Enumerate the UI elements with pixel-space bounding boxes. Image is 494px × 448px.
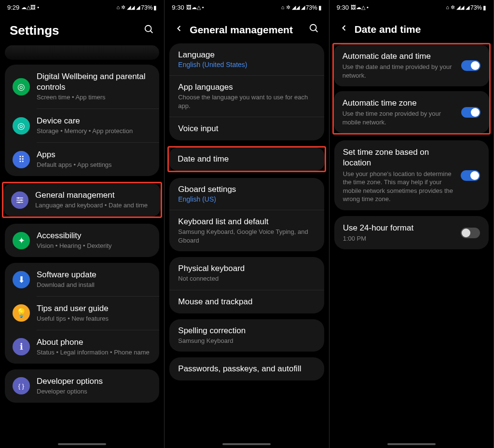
search-icon[interactable]	[309, 23, 319, 36]
item-sub: Use your phone's location to determine t…	[343, 170, 456, 204]
status-left-icons: 🖼☁△ •	[351, 4, 369, 11]
dt-item-location-timezone[interactable]: Set time zone based on location Use your…	[334, 140, 489, 210]
back-icon[interactable]	[339, 23, 349, 36]
item-title: Automatic date and time	[343, 51, 456, 62]
dt-card-location: Set time zone based on location Use your…	[334, 140, 489, 210]
item-title: Set time zone based on location	[343, 147, 456, 168]
gm-item-voice-input[interactable]: Voice input	[169, 117, 324, 140]
item-title: Use 24-hour format	[343, 223, 456, 233]
svg-point-6	[21, 199, 22, 201]
item-sub: 1:00 PM	[343, 234, 456, 243]
software-update-icon: ⬇	[13, 271, 30, 288]
settings-item-about-phone[interactable]: ℹ About phone Status • Legal information…	[5, 330, 159, 364]
settings-item-general-management[interactable]: General management Language and keyboard…	[3, 183, 161, 217]
dt-item-24hr[interactable]: Use 24-hour format 1:00 PM	[334, 216, 489, 250]
tips-icon: 💡	[13, 304, 30, 322]
item-title: Software update	[37, 270, 151, 280]
header: Date and time	[329, 14, 494, 43]
toggle-24hr[interactable]	[461, 228, 480, 238]
settings-item-developer[interactable]: { } Developer options Developer options	[5, 369, 159, 403]
item-title: Date and time	[178, 154, 316, 164]
gm-item-spelling[interactable]: Spelling correction Samsung Keyboard	[169, 319, 324, 352]
apps-icon: ⠿	[13, 151, 30, 168]
about-phone-icon: ℹ	[13, 338, 30, 355]
status-battery: 73%	[470, 4, 482, 11]
svg-point-7	[18, 202, 20, 203]
status-time: 9:30	[337, 4, 349, 11]
status-bar: 9:30 🖼☁△ • ⌂ ✲ ◢◢ ◢ 73% ▮	[165, 0, 329, 14]
highlight-auto-date-time: Automatic date and time Use the date and…	[332, 43, 491, 135]
item-title: Apps	[37, 149, 151, 160]
status-battery: 73%	[306, 4, 317, 11]
settings-item-device-care[interactable]: ◎ Device care Storage • Memory • App pro…	[5, 109, 159, 142]
settings-item-tips[interactable]: 💡 Tips and user guide Useful tips • New …	[5, 297, 159, 330]
svg-point-8	[310, 25, 316, 31]
item-title: Voice input	[178, 124, 315, 134]
general-management-screen: 9:30 🖼☁△ • ⌂ ✲ ◢◢ ◢ 73% ▮ General manage…	[165, 0, 329, 448]
dt-item-auto-timezone[interactable]: Automatic time zone Use the time zone pr…	[334, 91, 489, 133]
gm-card-passwords: Passwords, passkeys, and autofill	[169, 357, 324, 380]
wellbeing-icon: ◎	[13, 78, 30, 95]
toggle-auto-date[interactable]	[461, 60, 480, 71]
item-title: Gboard settings	[178, 185, 315, 194]
item-sub: Developer options	[37, 388, 151, 396]
item-sub: Status • Legal information • Phone name	[37, 349, 151, 357]
status-right-icons: ⌂ ✲ ◢◢ ◢	[116, 4, 140, 11]
page-title: Settings	[10, 23, 138, 38]
item-sub: Download and install	[37, 281, 151, 289]
item-title: About phone	[37, 337, 151, 348]
item-title: Passwords, passkeys, and autofill	[178, 364, 315, 374]
highlight-general-management: General management Language and keyboard…	[2, 182, 162, 218]
settings-item-software-update[interactable]: ⬇ Software update Download and install	[5, 263, 159, 296]
device-care-icon: ◎	[13, 117, 30, 135]
dt-item-auto-date[interactable]: Automatic date and time Use the date and…	[334, 44, 489, 86]
item-sub: Vision • Hearing • Dexterity	[37, 242, 151, 250]
gm-item-language[interactable]: Language English (United States)	[169, 43, 324, 75]
gm-item-mouse[interactable]: Mouse and trackpad	[169, 290, 324, 313]
home-indicator[interactable]	[387, 443, 436, 445]
status-right-icons: ⌂ ✲ ◢◢ ◢	[446, 4, 469, 11]
home-indicator[interactable]	[58, 443, 106, 445]
item-title: Tips and user guide	[37, 303, 151, 314]
item-sub: Choose the language you want to use for …	[178, 93, 315, 110]
item-title: Device care	[37, 116, 151, 126]
status-battery: 73%	[141, 4, 152, 11]
settings-card-1: ◎ Digital Wellbeing and parental control…	[5, 65, 159, 176]
item-title: Spelling correction	[178, 326, 315, 336]
search-pill[interactable]	[5, 45, 159, 60]
toggle-auto-timezone[interactable]	[461, 107, 480, 118]
gm-item-passwords[interactable]: Passwords, passkeys, and autofill	[169, 357, 324, 380]
item-title: Automatic time zone	[343, 98, 456, 109]
settings-card-dev: { } Developer options Developer options	[5, 369, 159, 403]
page-title: General management	[190, 24, 302, 36]
settings-item-accessibility[interactable]: ✦ Accessibility Vision • Hearing • Dexte…	[5, 224, 159, 257]
gm-item-gboard[interactable]: Gboard settings English (US)	[169, 178, 324, 210]
settings-item-wellbeing[interactable]: ◎ Digital Wellbeing and parental control…	[5, 65, 159, 109]
gm-item-physical-keyboard[interactable]: Physical keyboard Not connected	[169, 257, 324, 290]
settings-item-apps[interactable]: ⠿ Apps Default apps • App settings	[5, 143, 159, 176]
item-sub: Storage • Memory • App protection	[37, 127, 151, 136]
status-left-icons: 🖼☁△ •	[186, 4, 204, 11]
home-indicator[interactable]	[222, 443, 271, 445]
gm-item-date-time[interactable]: Date and time	[169, 148, 324, 171]
svg-rect-2	[16, 197, 23, 198]
toggle-location-timezone[interactable]	[461, 170, 480, 181]
item-sub: Samsung Keyboard, Google Voice Typing, a…	[178, 228, 315, 244]
battery-icon: ▮	[483, 4, 486, 11]
status-bar: 9:29 ☁△🖼 • ⌂ ✲ ◢◢ ◢ 73% ▮	[0, 0, 164, 14]
header: General management	[165, 14, 329, 43]
date-time-screen: 9:30 🖼☁△ • ⌂ ✲ ◢◢ ◢ 73% ▮ Date and time …	[329, 0, 494, 448]
developer-icon: { }	[13, 377, 30, 394]
battery-icon: ▮	[153, 4, 157, 11]
item-sub: Not connected	[178, 274, 315, 283]
search-icon[interactable]	[144, 24, 154, 37]
svg-point-0	[145, 26, 151, 32]
item-sub: Screen time • App timers	[37, 94, 151, 102]
item-title: Accessibility	[37, 231, 151, 241]
gm-item-app-languages[interactable]: App languages Choose the language you wa…	[169, 76, 324, 117]
back-icon[interactable]	[174, 24, 184, 36]
item-sub: Useful tips • New features	[37, 315, 151, 323]
gm-item-keyboard-list[interactable]: Keyboard list and default Samsung Keyboa…	[169, 210, 324, 251]
item-title: Language	[178, 50, 315, 60]
item-title: Keyboard list and default	[178, 217, 315, 227]
